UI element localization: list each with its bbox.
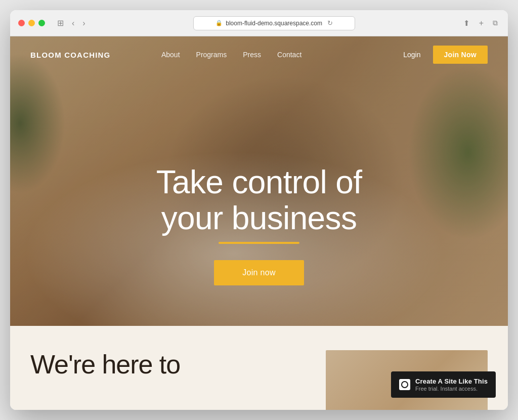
url-input[interactable]: 🔒 bloom-fluid-demo.squarespace.com ↻ bbox=[193, 16, 355, 30]
below-fold-heading-line1: We're here to bbox=[30, 350, 180, 379]
hero-title-line2: your business bbox=[161, 200, 357, 236]
browser-window: ⊞ ‹ › 🔒 bloom-fluid-demo.squarespace.com… bbox=[10, 10, 508, 410]
below-fold-text: We're here to bbox=[30, 350, 306, 379]
url-text: bloom-fluid-demo.squarespace.com bbox=[226, 20, 322, 27]
site-logo[interactable]: BLOOM COACHING bbox=[30, 51, 110, 59]
nav-links: About Programs Press Contact bbox=[161, 51, 301, 59]
nav-press[interactable]: Press bbox=[243, 51, 261, 59]
login-button[interactable]: Login bbox=[403, 51, 420, 59]
browser-chrome: ⊞ ‹ › 🔒 bloom-fluid-demo.squarespace.com… bbox=[10, 10, 508, 36]
lock-icon: 🔒 bbox=[215, 20, 223, 26]
squarespace-badge-text: Create A Site Like This Free trial. Inst… bbox=[415, 377, 488, 392]
nav-contact[interactable]: Contact bbox=[277, 51, 301, 59]
navigation: BLOOM COACHING About Programs Press Cont… bbox=[10, 36, 508, 73]
nav-programs[interactable]: Programs bbox=[196, 51, 227, 59]
hero-title-line1: Take control of bbox=[156, 164, 362, 200]
hero-underline-decoration bbox=[219, 242, 299, 244]
nav-about[interactable]: About bbox=[161, 51, 180, 59]
hero-content: Take control of your business Join now bbox=[10, 164, 508, 285]
squarespace-icon bbox=[399, 379, 410, 390]
sidebar-toggle-button[interactable]: ⊞ bbox=[55, 17, 66, 29]
squarespace-badge[interactable]: Create A Site Like This Free trial. Inst… bbox=[391, 371, 496, 398]
traffic-lights bbox=[18, 20, 45, 26]
below-fold-heading: We're here to bbox=[30, 350, 306, 379]
join-now-button[interactable]: Join Now bbox=[433, 46, 488, 64]
address-bar: 🔒 bloom-fluid-demo.squarespace.com ↻ bbox=[94, 16, 455, 30]
hero-title: Take control of your business bbox=[30, 164, 488, 236]
squarespace-badge-title: Create A Site Like This bbox=[415, 377, 488, 385]
browser-actions: ⬆ + ⧉ bbox=[461, 18, 500, 29]
browser-controls: ⊞ ‹ › bbox=[55, 17, 88, 29]
tab-overview-button[interactable]: ⧉ bbox=[491, 18, 500, 28]
squarespace-logo bbox=[401, 381, 408, 388]
minimize-button[interactable] bbox=[28, 20, 35, 26]
nav-right: Login Join Now bbox=[403, 46, 488, 64]
website-content[interactable]: BLOOM COACHING About Programs Press Cont… bbox=[10, 36, 508, 410]
close-button[interactable] bbox=[18, 20, 25, 26]
reload-icon: ↻ bbox=[327, 19, 333, 27]
hero-section: Take control of your business Join now bbox=[10, 36, 508, 326]
fullscreen-button[interactable] bbox=[38, 20, 45, 26]
share-button[interactable]: ⬆ bbox=[461, 18, 472, 29]
forward-button[interactable]: › bbox=[80, 18, 87, 29]
squarespace-badge-subtitle: Free trial. Instant access. bbox=[415, 386, 488, 392]
hero-cta-button[interactable]: Join now bbox=[214, 260, 304, 285]
new-tab-button[interactable]: + bbox=[477, 18, 486, 29]
back-button[interactable]: ‹ bbox=[70, 18, 76, 29]
